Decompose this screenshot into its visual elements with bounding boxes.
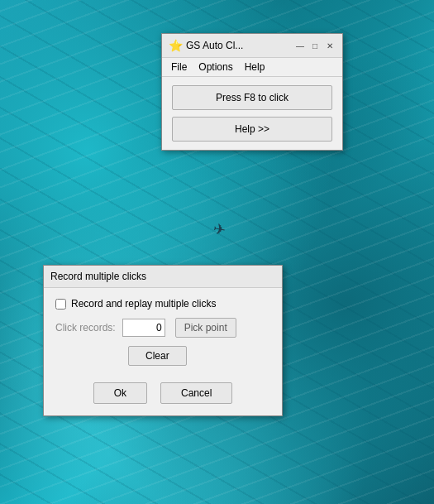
dialog-content: Record and replay multiple clicks Click … [44, 288, 282, 376]
minimize-button[interactable]: — [294, 40, 306, 51]
help-button[interactable]: Help >> [172, 117, 332, 142]
main-window-content: Press F8 to click Help >> [162, 77, 342, 150]
dialog-title: Record multiple clicks [50, 271, 146, 282]
record-dialog: Record multiple clicks Record and replay… [43, 265, 283, 416]
main-title-bar[interactable]: ⭐ GS Auto Cl... — □ ✕ [162, 34, 342, 58]
main-window: ⭐ GS Auto Cl... — □ ✕ File Options Help … [161, 33, 343, 151]
click-records-input[interactable] [122, 319, 165, 337]
maximize-button[interactable]: □ [309, 40, 321, 51]
menu-file[interactable]: File [169, 60, 189, 74]
menu-bar: File Options Help [162, 58, 342, 77]
checkbox-row: Record and replay multiple clicks [55, 298, 270, 310]
dialog-title-bar: Record multiple clicks [44, 266, 282, 288]
app-icon: ⭐ [169, 39, 183, 52]
clear-button[interactable]: Clear [128, 346, 187, 366]
press-f8-button[interactable]: Press F8 to click [172, 85, 332, 110]
dialog-footer: Ok Cancel [44, 376, 282, 415]
close-button[interactable]: ✕ [324, 40, 336, 51]
ok-button[interactable]: Ok [93, 382, 147, 404]
clear-row: Clear [55, 346, 270, 366]
airplane-icon [213, 222, 238, 232]
click-records-label: Click records: [55, 322, 116, 334]
main-window-title: GS Auto Cl... [186, 40, 291, 51]
menu-help[interactable]: Help [242, 60, 268, 74]
cancel-button[interactable]: Cancel [160, 382, 232, 404]
record-replay-checkbox[interactable] [55, 299, 66, 310]
record-replay-label: Record and replay multiple clicks [71, 298, 216, 310]
window-controls: — □ ✕ [294, 40, 336, 51]
menu-options[interactable]: Options [196, 60, 235, 74]
click-records-row: Click records: Pick point [55, 318, 270, 338]
pick-point-button[interactable]: Pick point [175, 318, 236, 338]
